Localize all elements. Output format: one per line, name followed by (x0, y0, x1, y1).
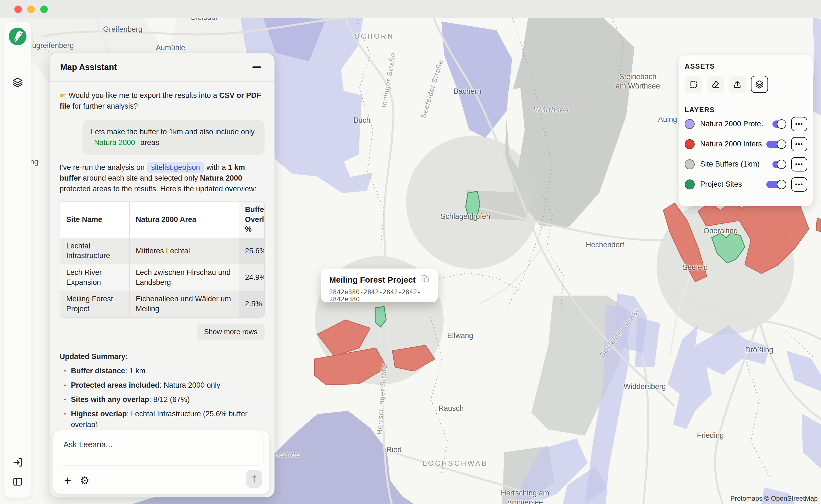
table-row: Meiling Forest ProjectEichenalleen und W… (60, 291, 265, 317)
layer-visibility-toggle[interactable] (764, 161, 785, 168)
assistant-message: I've re-run the analysis on sitelist.geo… (60, 162, 264, 194)
results-table: Site NameNatura 2000 AreaBuffer Overlap … (60, 201, 264, 318)
table-cell: 2.5% (239, 291, 265, 317)
column-header: Site Name (60, 201, 130, 238)
feature-popup: Meiling Forest Project 2842e380-2842-284… (321, 269, 438, 302)
select-area-tool-button[interactable] (685, 76, 702, 93)
column-header: Buffer Overlap % (239, 201, 265, 238)
layer-list: Natura 2000 Prote…•••Natura 2000 Inters…… (685, 114, 807, 194)
table-cell: Meiling Forest Project (60, 291, 130, 317)
summary-bullet: •Buffer distance: 1 km (64, 366, 264, 376)
table-cell: Mittleres Lechtal (130, 238, 239, 264)
layer-options-button[interactable]: ••• (791, 137, 807, 151)
results-table-wrap: Site NameNatura 2000 AreaBuffer Overlap … (60, 201, 264, 318)
bullet-dot: • (64, 409, 66, 427)
user-message-bubble: Lets make the buffer to 1km and also inc… (82, 120, 264, 155)
chat-input[interactable]: Ask Leeana... (59, 435, 264, 466)
table-cell: Eichenalleen und Wälder um Meiling (130, 291, 239, 317)
layer-color-swatch (685, 159, 695, 169)
layer-color-swatch (685, 139, 695, 149)
message-text: areas (138, 138, 159, 147)
chat-header: Map Assistant (50, 53, 274, 82)
layer-visibility-toggle[interactable] (764, 141, 785, 148)
column-header: Natura 2000 Area (130, 201, 239, 238)
bullet-dot: • (64, 394, 66, 405)
layer-visibility-toggle[interactable] (764, 120, 785, 128)
layer-options-button[interactable]: ••• (791, 177, 807, 192)
summary-bullet-list: •Buffer distance: 1 km•Protected areas i… (60, 366, 264, 427)
popup-title: Meiling Forest Project (329, 275, 430, 285)
message-text: I've re-run the analysis on (60, 163, 147, 171)
feature-id: 2842e380-2842-2842-2842-2842e380 (329, 288, 430, 303)
layer-label: Natura 2000 Prote… (700, 120, 764, 128)
chat-transcript: ☛ Would you like me to export the result… (50, 82, 274, 427)
layer-row: Project Sites••• (685, 174, 807, 194)
bullet-dot: • (64, 366, 66, 376)
layer-label: Project Sites (700, 180, 764, 189)
map-assistant-panel: Map Assistant ☛ Would you like me to exp… (50, 53, 274, 497)
summary-title: Updated Summary: (60, 351, 264, 362)
table-cell: Lechtal Infrastructure (60, 238, 130, 264)
assets-heading: ASSETS (685, 62, 807, 70)
layer-label: Site Buffers (1km) (700, 160, 764, 168)
layers-tool-button[interactable] (751, 76, 768, 93)
assets-layers-panel: ASSETS LA (679, 55, 813, 206)
message-text: Lets make the buffer to 1km and also inc… (91, 128, 255, 136)
table-cell: 24.9% (239, 264, 265, 291)
layer-options-button[interactable]: ••• (791, 157, 807, 171)
send-message-button[interactable]: ↑ (246, 470, 262, 488)
layer-row: Natura 2000 Prote…••• (685, 114, 807, 134)
assistant-message: ☛ Would you like me to export the result… (60, 90, 264, 112)
table-row: Lechtal InfrastructureMittleres Lechtal2… (60, 238, 265, 264)
layer-row: Site Buffers (1km)••• (685, 154, 807, 174)
layer-color-swatch (685, 119, 695, 129)
message-text: Natura 2000 (200, 174, 242, 182)
bullet-text: Protected areas included: Natura 2000 on… (71, 380, 220, 391)
zoom-window-button[interactable] (40, 6, 48, 13)
layer-row: Natura 2000 Inters…••• (685, 134, 807, 154)
parrot-logo-icon (9, 28, 26, 45)
summary-bullet: •Protected areas included: Natura 2000 o… (64, 380, 264, 391)
panel-title: Map Assistant (60, 62, 117, 72)
layers-icon[interactable] (4, 73, 31, 92)
app-sidebar (4, 22, 31, 498)
gear-icon[interactable]: ⚙ (77, 473, 92, 488)
app-window: GreifenbergugreifenbergAumühleGleisüblSC… (0, 0, 821, 504)
map-attribution: Protomaps © OpenStreetMap (731, 495, 818, 502)
message-text: around each site and selected only (81, 174, 200, 182)
upload-tool-button[interactable] (729, 76, 746, 93)
bullet-text: Buffer distance: 1 km (71, 366, 145, 376)
message-text: for further analysis? (70, 102, 138, 110)
add-attachment-button[interactable]: + (60, 473, 75, 488)
minus-icon (252, 66, 261, 68)
window-titlebar (0, 0, 821, 18)
chat-input-placeholder: Ask Leeana... (63, 440, 112, 449)
table-cell: 25.6% (239, 238, 265, 264)
panel-divider (684, 100, 808, 100)
minimize-window-button[interactable] (27, 6, 35, 13)
show-more-rows-button[interactable]: Show more rows (197, 324, 264, 340)
chat-input-card: Ask Leeana... + ⚙ ↑ (53, 430, 269, 494)
summary-bullet: •Sites with any overlap: 8/12 (67%) (64, 394, 264, 405)
message-text: sitelist.geojson (147, 162, 204, 173)
message-text: ☛ (60, 91, 69, 100)
minimize-panel-button[interactable] (250, 64, 264, 71)
layer-color-swatch (685, 179, 695, 189)
app-logo[interactable] (4, 22, 31, 68)
layers-heading: LAYERS (685, 106, 807, 114)
log-in-icon[interactable] (4, 453, 31, 472)
asset-toolbar (685, 76, 807, 93)
layer-options-button[interactable]: ••• (791, 117, 807, 131)
summary-bullet: •Highest overlap: Lechtal Infrastructure… (64, 409, 264, 427)
bullet-dot: • (64, 380, 66, 391)
message-text: Would you like me to export the results … (69, 91, 219, 100)
panel-left-icon[interactable] (4, 472, 31, 491)
eraser-tool-button[interactable] (707, 76, 724, 93)
copy-icon[interactable] (420, 275, 431, 284)
layer-visibility-toggle[interactable] (764, 181, 785, 188)
table-row: Lech River ExpansionLech zwischen Hirsch… (60, 264, 265, 291)
close-window-button[interactable] (14, 6, 22, 13)
message-text: with a (204, 163, 228, 171)
table-cell: Lech River Expansion (60, 264, 130, 291)
bullet-text: Highest overlap: Lechtal Infrastructure … (71, 409, 264, 427)
